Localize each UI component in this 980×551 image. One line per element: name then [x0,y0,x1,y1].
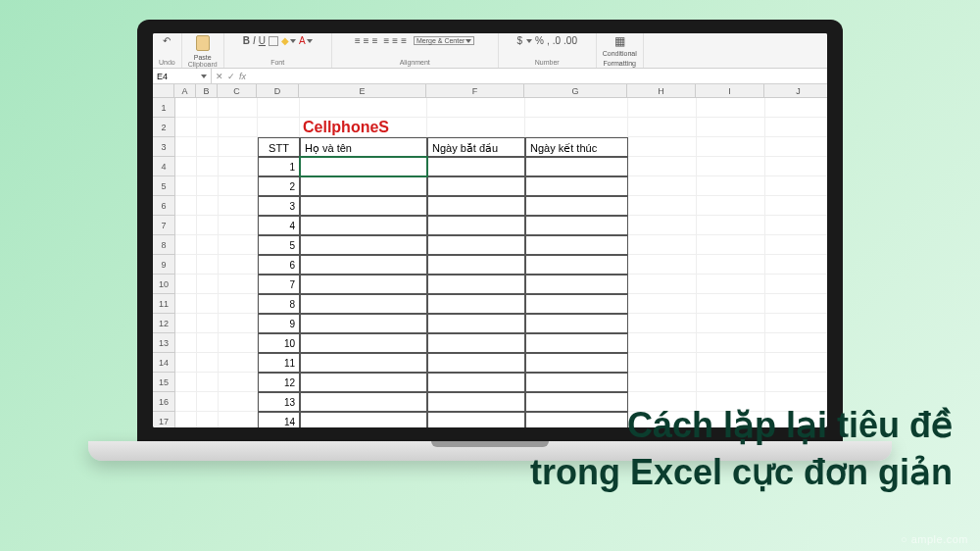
select-all-corner[interactable] [153,84,174,98]
cell-H10[interactable] [628,275,697,294]
cell-D8[interactable]: 5 [258,235,300,255]
cell-I14[interactable] [697,353,765,373]
cell-C13[interactable] [219,333,258,353]
cell-A3[interactable] [175,137,197,157]
cell-C7[interactable] [219,216,258,235]
cell-A11[interactable] [175,294,197,314]
row-header-6[interactable]: 6 [153,196,174,216]
cell-C14[interactable] [219,353,258,373]
decrease-decimal-button[interactable]: .00 [564,35,577,46]
cell-A5[interactable] [175,176,197,196]
row-header-2[interactable]: 2 [153,118,174,137]
column-header-J[interactable]: J [764,84,827,97]
fx-icon[interactable]: fx [239,72,246,81]
cell-B9[interactable] [197,255,219,275]
cell-D15[interactable]: 12 [258,373,300,392]
cell-F7[interactable] [427,216,525,235]
increase-decimal-button[interactable]: .0 [553,35,561,46]
cell-I12[interactable] [697,314,765,333]
row-header-1[interactable]: 1 [153,98,174,118]
cell-I3[interactable] [697,137,765,157]
cell-G8[interactable] [525,235,628,255]
cell-C11[interactable] [219,294,258,314]
cell-J15[interactable] [765,373,827,392]
cell-G7[interactable] [525,216,628,235]
font-color-button[interactable]: A [299,35,313,46]
cell-C16[interactable] [219,392,258,412]
cell-C12[interactable] [219,314,258,333]
cell-E13[interactable] [300,333,427,353]
align-center-icon[interactable]: ≡ [392,35,398,46]
cell-A9[interactable] [175,255,197,275]
italic-button[interactable]: I [253,35,256,46]
cell-D4[interactable]: 1 [258,157,300,176]
confirm-icon[interactable]: ✓ [227,72,235,81]
column-header-C[interactable]: C [218,84,257,97]
cell-E4[interactable] [300,157,427,176]
cell-B6[interactable] [197,196,219,216]
cell-G6[interactable] [525,196,628,216]
cell-D5[interactable]: 2 [258,176,300,196]
comma-button[interactable]: , [547,35,550,46]
cond-fmt-icon[interactable]: ▦ [614,35,625,47]
cell-B11[interactable] [197,294,219,314]
cell-H5[interactable] [628,176,697,196]
row-header-8[interactable]: 8 [153,235,174,255]
row-header-4[interactable]: 4 [153,157,174,176]
cell-H7[interactable] [628,216,697,235]
cell-F2[interactable] [427,118,525,137]
cell-D6[interactable]: 3 [258,196,300,216]
cell-G15[interactable] [525,373,628,392]
column-header-H[interactable]: H [627,84,696,97]
cell-G5[interactable] [525,176,628,196]
cell-H9[interactable] [628,255,697,275]
cell-A17[interactable] [175,412,197,427]
cell-G12[interactable] [525,314,628,333]
cell-D2[interactable] [258,118,300,137]
cell-I15[interactable] [697,373,765,392]
cell-H6[interactable] [628,196,697,216]
cell-F3[interactable]: Ngày bắt đầu [427,137,525,157]
cell-E10[interactable] [300,275,427,294]
cell-D7[interactable]: 4 [258,216,300,235]
cell-J9[interactable] [765,255,827,275]
cell-A6[interactable] [175,196,197,216]
cell-I1[interactable] [697,98,765,118]
cell-I13[interactable] [697,333,765,353]
cell-H2[interactable] [628,118,697,137]
cell-F5[interactable] [427,176,525,196]
cell-J4[interactable] [765,157,827,176]
column-header-F[interactable]: F [426,84,524,97]
align-top-icon[interactable]: ≡ [355,35,361,46]
cell-H14[interactable] [628,353,697,373]
cell-H11[interactable] [628,294,697,314]
cell-B15[interactable] [197,373,219,392]
cell-A2[interactable] [175,118,197,137]
align-left-icon[interactable]: ≡ [383,35,389,46]
cell-B2[interactable] [197,118,219,137]
align-middle-icon[interactable]: ≡ [364,35,369,46]
cell-D17[interactable]: 14 [258,412,300,427]
cell-E5[interactable] [300,176,427,196]
cell-B3[interactable] [197,137,219,157]
cell-I5[interactable] [697,176,765,196]
cell-C1[interactable] [219,98,258,118]
cell-B4[interactable] [197,157,219,176]
cell-F15[interactable] [427,373,525,392]
row-header-13[interactable]: 13 [153,333,174,353]
cell-C15[interactable] [219,373,258,392]
cell-J8[interactable] [765,235,827,255]
cell-E9[interactable] [300,255,427,275]
cell-J3[interactable] [765,137,827,157]
cell-A1[interactable] [175,98,197,118]
cell-A4[interactable] [175,157,197,176]
align-bottom-icon[interactable]: ≡ [372,35,378,46]
cell-C17[interactable] [219,412,258,427]
cell-F14[interactable] [427,353,525,373]
cell-H8[interactable] [628,235,697,255]
cell-J7[interactable] [765,216,827,235]
cell-C9[interactable] [219,255,258,275]
cell-E7[interactable] [300,216,427,235]
cell-A15[interactable] [175,373,197,392]
cell-J11[interactable] [765,294,827,314]
